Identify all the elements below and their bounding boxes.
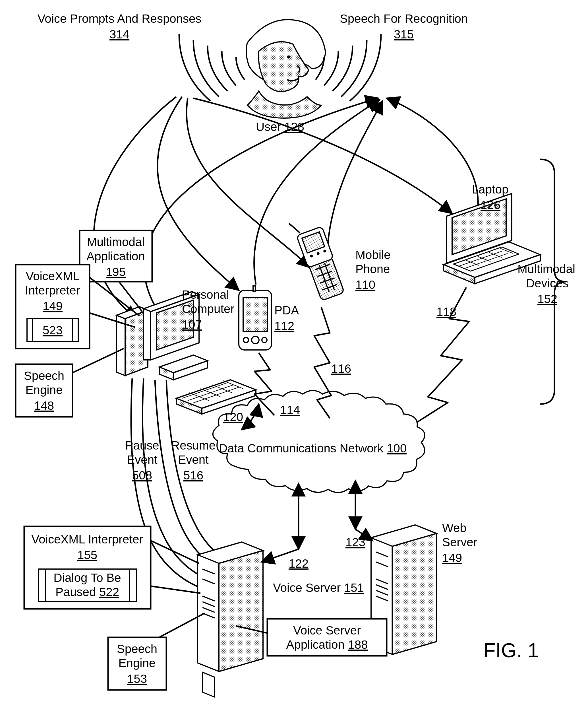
speech-label: Speech For Recognition xyxy=(340,12,468,25)
pc-label2: Computer xyxy=(182,302,234,315)
group-label1: Multimodal xyxy=(518,262,575,276)
pda-icon xyxy=(239,286,272,350)
voice-server-icon xyxy=(197,542,263,697)
svg-text:149: 149 xyxy=(43,299,63,313)
prompts-ref: 314 xyxy=(109,27,129,41)
leader-vxml155-2 xyxy=(151,586,201,593)
multimodal-application-box: Multimodal Application 195 xyxy=(80,230,152,282)
svg-text:Engine: Engine xyxy=(26,383,63,396)
svg-text:155: 155 xyxy=(77,548,97,561)
vs-label: Voice Server 151 xyxy=(273,581,364,594)
phone-label1: Mobile xyxy=(355,248,391,262)
pause-ref: 508 xyxy=(132,469,152,482)
svg-text:Application: Application xyxy=(86,249,145,263)
svg-point-7 xyxy=(252,336,259,344)
svg-text:Interpreter: Interpreter xyxy=(25,284,80,297)
svg-text:Dialog To Be: Dialog To Be xyxy=(54,571,121,585)
voicexml-interpreter-155-box: VoiceXML Interpreter 155 Dialog To Be Pa… xyxy=(24,526,151,609)
svg-point-8 xyxy=(262,338,267,343)
svg-text:153: 153 xyxy=(127,672,147,686)
speech-ref: 315 xyxy=(394,27,414,41)
svg-text:148: 148 xyxy=(34,399,54,412)
svg-text:Speech: Speech xyxy=(117,642,157,656)
group-ref: 152 xyxy=(538,292,557,306)
svg-text:Engine: Engine xyxy=(119,656,156,670)
sound-waves-right xyxy=(316,34,381,101)
svg-text:523: 523 xyxy=(43,324,63,337)
ws-net-ref: 123 xyxy=(345,535,365,549)
svg-text:Multimodal: Multimodal xyxy=(87,235,144,249)
voicexml-interpreter-149-box: VoiceXML Interpreter 149 523 xyxy=(16,265,89,349)
svg-rect-41 xyxy=(203,672,215,697)
figure-label: FIG. 1 xyxy=(483,639,539,661)
conn-phone-ref: 116 xyxy=(331,362,351,375)
svg-text:Paused 522: Paused 522 xyxy=(56,585,119,599)
arrow-phone-speech xyxy=(327,101,382,262)
svg-point-3 xyxy=(287,56,290,58)
pc-label1: Personal xyxy=(182,288,229,301)
svg-text:VoiceXML Interpreter: VoiceXML Interpreter xyxy=(31,533,143,546)
speech-engine-148-box: Speech Engine 148 xyxy=(16,364,72,417)
user-label: User xyxy=(256,120,281,134)
mobile-phone-icon xyxy=(289,213,346,302)
pause-label1: Pause xyxy=(125,439,159,452)
leader-vxml-pc-1 xyxy=(89,278,139,316)
conn-kb-ref: 120 xyxy=(223,410,243,424)
vs-net-ref: 122 xyxy=(289,557,309,570)
svg-rect-9 xyxy=(253,286,255,291)
svg-rect-5 xyxy=(243,297,267,331)
phone-label2: Phone xyxy=(355,262,390,276)
user-head xyxy=(246,20,326,118)
ws-label1: Web xyxy=(442,521,467,535)
pc-ref: 107 xyxy=(182,318,202,331)
svg-text:195: 195 xyxy=(106,265,126,279)
ws-ref: 149 xyxy=(442,551,462,565)
resume-label2: Event xyxy=(178,453,209,466)
arrow-laptop-speech xyxy=(387,98,478,210)
network-label: Data Communications Network 100 xyxy=(219,442,407,455)
phone-ref: 110 xyxy=(355,278,375,291)
pause-label2: Event xyxy=(127,453,158,466)
arrow-prompts-pda xyxy=(158,97,239,290)
svg-line-22 xyxy=(289,221,300,235)
pda-ref: 112 xyxy=(274,319,294,333)
svg-text:Speech: Speech xyxy=(24,369,64,382)
speech-engine-153-box: Speech Engine 153 xyxy=(108,637,166,690)
laptop-label: Laptop xyxy=(472,183,508,196)
svg-text:Voice Server: Voice Server xyxy=(293,624,361,637)
resume-ref: 516 xyxy=(183,469,203,482)
svg-text:VoiceXML: VoiceXML xyxy=(26,269,79,283)
sound-waves-left xyxy=(179,34,245,101)
conn-pda-ref: 114 xyxy=(280,403,300,416)
svg-point-6 xyxy=(244,338,249,343)
group-label2: Devices xyxy=(526,277,568,290)
resume-label1: Resume xyxy=(171,439,215,452)
prompts-label: Voice Prompts And Responses xyxy=(38,12,202,25)
conn-laptop-ref: 118 xyxy=(437,305,456,319)
voice-server-application-box: Voice Server Application 188 xyxy=(267,619,387,656)
laptop-ref: 126 xyxy=(481,198,500,212)
svg-text:Application  188: Application 188 xyxy=(286,638,368,651)
pda-label: PDA xyxy=(274,304,299,317)
arrow-prompts-laptop xyxy=(193,98,452,213)
ws-label2: Server xyxy=(442,535,477,549)
